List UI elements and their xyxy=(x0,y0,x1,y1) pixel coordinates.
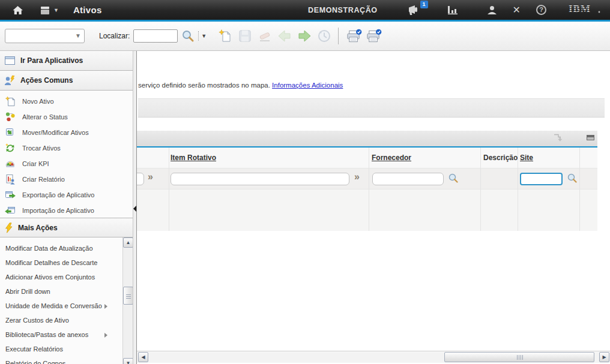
localizar-label: Localizar: xyxy=(99,32,130,40)
main-content: serviço definido serão mostrados no mapa… xyxy=(137,51,610,364)
minimize-icon[interactable] xyxy=(587,135,594,140)
new-asset-icon xyxy=(5,96,17,107)
scroll-down-button[interactable]: ▼ xyxy=(123,358,133,364)
page-title: Ativos xyxy=(73,5,102,15)
collapse-sidebar-icon[interactable] xyxy=(133,206,136,212)
import-app-icon xyxy=(5,205,17,216)
informacoes-adicionais-link[interactable]: Informações Adicionais xyxy=(272,82,343,89)
submenu-arrow-icon xyxy=(104,333,107,338)
filter-select-value-icon[interactable]: » xyxy=(354,172,360,182)
search-icon[interactable] xyxy=(448,173,459,186)
scrollbar-thumb[interactable] xyxy=(123,287,133,305)
table-toolbar xyxy=(137,131,597,146)
column-header-item-rotativo[interactable]: Item Rotativo xyxy=(171,154,216,162)
search-options-caret[interactable]: ▼ xyxy=(201,33,207,39)
horizontal-scrollbar[interactable]: ◀ ▶ xyxy=(137,352,610,363)
home-icon[interactable] xyxy=(12,5,23,15)
report-person-icon xyxy=(5,174,17,185)
help-icon[interactable]: ? xyxy=(536,5,546,15)
scroll-up-button[interactable]: ▲ xyxy=(123,237,133,248)
search-icon[interactable] xyxy=(567,173,578,186)
content-bottom-border xyxy=(137,351,610,351)
collapsed-section-bar[interactable] xyxy=(138,98,605,118)
submenu-arrow-icon xyxy=(104,304,107,309)
scroll-right-button[interactable]: ▶ xyxy=(599,352,609,362)
column-header-site[interactable]: Site xyxy=(520,154,533,162)
separator xyxy=(338,28,339,44)
common-actions-list: Novo Ativo Alterar o Status Mover/Modifi… xyxy=(0,91,133,218)
results-table: Item Rotativo Fornecedor Descrição Site … xyxy=(137,131,597,231)
value-combobox[interactable]: ▼ xyxy=(5,29,85,43)
move-assets-icon xyxy=(5,127,17,138)
sidebar-splitter[interactable] xyxy=(133,51,137,364)
more-action-item[interactable]: Abrir Drill down xyxy=(0,284,122,299)
more-action-item[interactable]: Zerar Custos de Ativo xyxy=(0,313,122,327)
scrollbar-thumb[interactable] xyxy=(444,352,594,362)
close-icon[interactable]: ✕ xyxy=(513,4,521,16)
download-icon[interactable] xyxy=(552,134,564,146)
report-chart-icon[interactable] xyxy=(447,5,459,15)
kpi-gauge-icon xyxy=(5,158,17,169)
print-icon[interactable] xyxy=(346,28,362,44)
print-attached-icon[interactable] xyxy=(366,28,382,44)
more-action-item[interactable]: Adicionar Ativos em Conjuntos xyxy=(0,270,122,284)
save-icon[interactable] xyxy=(237,28,253,44)
previous-icon[interactable] xyxy=(277,28,292,44)
export-app-icon xyxy=(5,189,17,200)
next-icon[interactable] xyxy=(297,28,312,44)
more-action-item[interactable]: Unidade de Medida e Conversão xyxy=(0,299,122,313)
sidebar-scrollbar[interactable]: ▲ ▼ xyxy=(122,237,133,364)
table-body-empty xyxy=(137,189,597,231)
action-mover-modificar[interactable]: Mover/Modificar Ativos xyxy=(0,125,133,140)
chevron-down-icon: ▼ xyxy=(53,7,59,13)
action-trocar-ativos[interactable]: Trocar Ativos xyxy=(0,140,133,156)
user-icon[interactable] xyxy=(487,5,497,15)
svg-text:IBM: IBM xyxy=(569,4,591,14)
change-status-icon xyxy=(5,112,17,122)
sidebar-header-more-actions[interactable]: Mais Ações xyxy=(0,218,133,237)
find-input[interactable] xyxy=(133,29,178,43)
action-alterar-status[interactable]: Alterar o Status xyxy=(0,109,133,125)
separator xyxy=(198,31,199,41)
common-actions-icon xyxy=(4,75,16,86)
filter-input-site[interactable] xyxy=(520,173,563,185)
swap-assets-icon xyxy=(5,143,17,154)
clear-icon[interactable] xyxy=(257,28,273,44)
sidebar-header-common-actions[interactable]: Ações Comuns xyxy=(0,71,133,91)
lightning-bolt-icon xyxy=(4,222,13,233)
table-filter-row: » » xyxy=(137,169,597,189)
more-action-item[interactable]: Executar Relatórios xyxy=(0,342,122,356)
map-notice: serviço definido serão mostrados no mapa… xyxy=(138,82,343,89)
filter-input-item-rotativo[interactable] xyxy=(171,173,349,185)
action-importacao[interactable]: Importação de Aplicativo xyxy=(0,203,133,218)
more-action-item[interactable]: Modificar Data de Atualização xyxy=(0,241,122,255)
sidebar: Ir Para Aplicativos Ações Comuns Novo At… xyxy=(0,51,133,364)
ibm-logo: IBM xyxy=(568,4,602,17)
action-criar-relatorio[interactable]: Criar Relatório xyxy=(0,172,133,187)
scroll-left-button[interactable]: ◀ xyxy=(138,352,148,362)
find-toolbar: ▼ Localizar: ▼ xyxy=(0,22,610,51)
sidebar-header-go-to-apps[interactable]: Ir Para Aplicativos xyxy=(0,51,133,71)
more-action-item[interactable]: Biblioteca/Pastas de anexos xyxy=(0,327,122,342)
chevron-down-icon: ▼ xyxy=(75,32,81,39)
app-switcher-icon[interactable]: ▼ xyxy=(39,5,59,15)
new-record-icon[interactable] xyxy=(217,28,233,44)
action-exportacao[interactable]: Exportação de Aplicativo xyxy=(0,187,133,203)
action-criar-kpi[interactable]: Criar KPI xyxy=(0,156,133,172)
column-header-fornecedor[interactable]: Fornecedor xyxy=(372,154,411,162)
more-action-item[interactable]: Modificar Detalhes de Descarte xyxy=(0,255,122,270)
filter-input-fornecedor[interactable] xyxy=(372,173,444,185)
search-icon[interactable] xyxy=(181,29,195,43)
history-icon[interactable] xyxy=(316,28,332,44)
table-header-row: Item Rotativo Fornecedor Descrição Site xyxy=(137,148,597,169)
filter-input-asset[interactable] xyxy=(137,173,144,185)
action-novo-ativo[interactable]: Novo Ativo xyxy=(0,94,133,109)
announcement-icon[interactable]: 1 xyxy=(406,5,421,16)
more-action-item[interactable]: Relatório do Cognos xyxy=(0,356,122,364)
environment-label: DEMONSTRAÇÃO xyxy=(308,6,378,14)
app-header: ▼ Ativos DEMONSTRAÇÃO 1 ✕ ? IBM xyxy=(0,0,610,22)
notification-badge: 1 xyxy=(420,1,428,8)
filter-select-value-icon[interactable]: » xyxy=(148,172,153,182)
column-header-descricao: Descrição xyxy=(483,154,518,162)
more-actions-list: Modificar Data de Atualização Modificar … xyxy=(0,237,133,364)
